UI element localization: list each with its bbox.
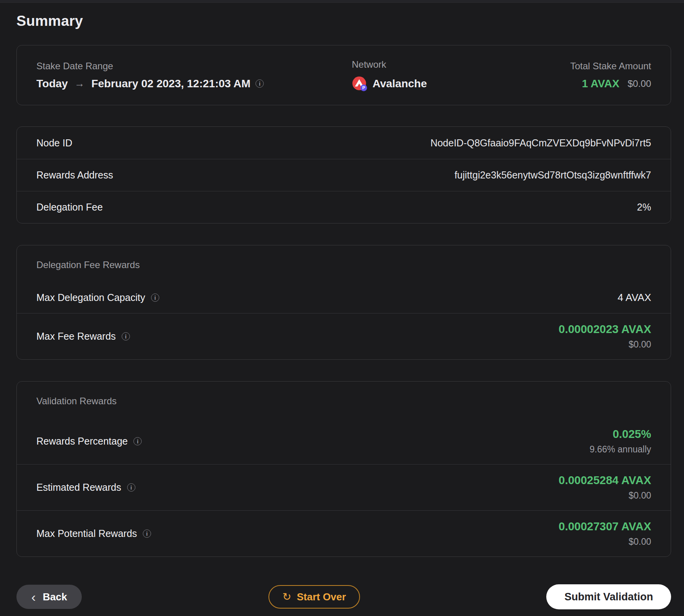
network-block: Network P Avalanche (352, 59, 570, 92)
total-stake-amount: 1 AVAX (582, 77, 619, 90)
rewards-percentage-value: 0.025% (590, 428, 651, 441)
validation-rewards-card: Validation Rewards Rewards Percentage i … (16, 381, 671, 557)
delegation-fee-label: Delegation Fee (36, 202, 103, 213)
node-id-value: NodeID-Q8Gfaaio9FAqCmZVEXDq9bFvNPvDi7rt5 (430, 137, 651, 149)
back-button[interactable]: ‹ Back (16, 585, 82, 609)
top-edge-strip (0, 0, 684, 3)
info-icon[interactable]: i (133, 437, 142, 445)
stake-date-range-block: Stake Date Range Today → February 02 202… (36, 61, 352, 90)
total-stake-usd: $0.00 (628, 78, 651, 89)
avalanche-network-icon: P (352, 76, 367, 92)
rewards-percentage-annual: 9.66% annually (590, 444, 651, 455)
max-fee-rewards-usd: $0.00 (559, 339, 651, 350)
max-potential-rewards-value: 0.00027307 AVAX (559, 520, 651, 533)
start-over-button[interactable]: ↻ Start Over (268, 585, 360, 609)
validation-rewards-title: Validation Rewards (17, 396, 671, 407)
network-name: Avalanche (373, 77, 427, 90)
table-row: Rewards Address fujittgi2e3k56enytwSd78r… (17, 159, 671, 191)
summary-page: Summary Stake Date Range Today → Februar… (0, 13, 684, 609)
node-details-card: Node ID NodeID-Q8Gfaaio9FAqCmZVEXDq9bFvN… (16, 126, 671, 223)
stake-date-to: February 02 2023, 12:21:03 AM (91, 77, 250, 90)
svg-text:P: P (362, 85, 365, 90)
delegation-fee-value: 2% (637, 202, 651, 213)
info-icon[interactable]: i (151, 294, 159, 302)
max-delegation-capacity-row: Max Delegation Capacity i 4 AVAX (17, 282, 671, 313)
stake-date-from: Today (36, 77, 68, 90)
network-label: Network (352, 59, 570, 70)
rewards-address-value: fujittgi2e3k56enytwSd78rtOtsq3izg8wnftff… (454, 169, 651, 181)
max-fee-rewards-value: 0.00002023 AVAX (559, 323, 651, 336)
max-potential-rewards-label: Max Potential Rewards (36, 528, 137, 539)
submit-validation-button[interactable]: Submit Validation (546, 584, 671, 609)
info-icon[interactable]: i (122, 332, 130, 340)
arrow-right-icon: → (73, 77, 86, 90)
rewards-address-label: Rewards Address (36, 169, 113, 181)
estimated-rewards-usd: $0.00 (559, 490, 651, 501)
page-title: Summary (16, 13, 671, 29)
max-fee-rewards-label: Max Fee Rewards (36, 331, 116, 342)
stake-date-range-label: Stake Date Range (36, 61, 352, 72)
table-row: Node ID NodeID-Q8Gfaaio9FAqCmZVEXDq9bFvN… (17, 127, 671, 159)
max-delegation-capacity-value: 4 AVAX (617, 292, 651, 304)
total-stake-block: Total Stake Amount 1 AVAX $0.00 (570, 61, 651, 90)
delegation-fee-rewards-card: Delegation Fee Rewards Max Delegation Ca… (16, 245, 671, 360)
rewards-percentage-label: Rewards Percentage (36, 436, 128, 447)
delegation-fee-rewards-title: Delegation Fee Rewards (17, 259, 671, 270)
max-potential-rewards-usd: $0.00 (559, 537, 651, 547)
back-button-label: Back (43, 591, 67, 603)
info-icon[interactable]: i (256, 79, 264, 88)
info-icon[interactable]: i (143, 530, 151, 538)
max-fee-rewards-row: Max Fee Rewards i 0.00002023 AVAX $0.00 (17, 313, 671, 359)
table-row: Delegation Fee 2% (17, 191, 671, 223)
estimated-rewards-label: Estimated Rewards (36, 482, 121, 493)
total-stake-label: Total Stake Amount (570, 61, 651, 72)
rewards-percentage-row: Rewards Percentage i 0.025% 9.66% annual… (17, 418, 671, 464)
info-icon[interactable]: i (127, 483, 135, 492)
estimated-rewards-value: 0.00025284 AVAX (559, 474, 651, 487)
node-id-label: Node ID (36, 137, 72, 149)
max-potential-rewards-row: Max Potential Rewards i 0.00027307 AVAX … (17, 510, 671, 557)
estimated-rewards-row: Estimated Rewards i 0.00025284 AVAX $0.0… (17, 464, 671, 510)
footer-actions: ‹ Back ↻ Start Over Submit Validation (16, 584, 671, 609)
stake-overview-card: Stake Date Range Today → February 02 202… (16, 45, 671, 105)
start-over-button-label: Start Over (297, 591, 346, 603)
max-delegation-capacity-label: Max Delegation Capacity (36, 292, 145, 303)
